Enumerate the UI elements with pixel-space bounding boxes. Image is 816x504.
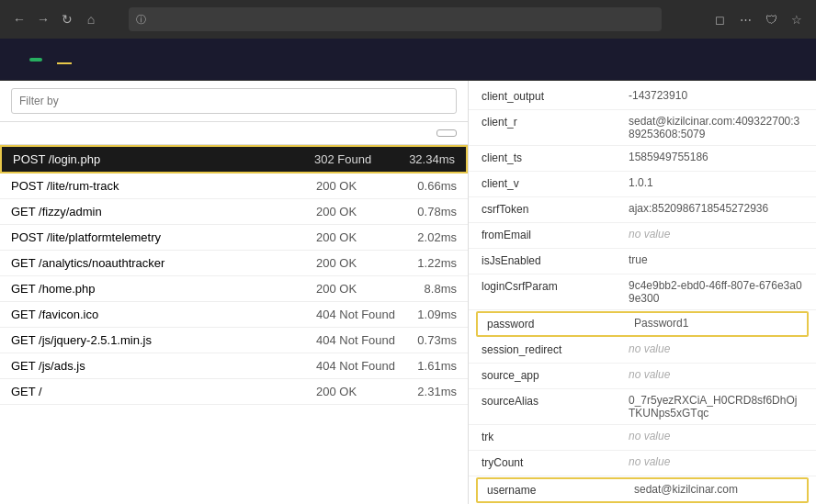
request-method-path: POST /login.php — [13, 152, 307, 166]
detail-value: no value — [629, 342, 670, 355]
detail-row: isJsEnabledtrue — [469, 249, 816, 274]
detail-value: no value — [629, 368, 670, 381]
address-bar[interactable]: ⓘ — [129, 7, 662, 31]
tab-status[interactable] — [86, 55, 101, 64]
detail-key: client_v — [482, 176, 629, 190]
detail-row: client_output-143723910 — [469, 84, 816, 110]
request-status: 302 Found — [314, 152, 397, 166]
request-time: 0.73ms — [406, 333, 457, 347]
request-time: 8.8ms — [406, 282, 457, 296]
table-row[interactable]: GET /200 OK2.31ms — [0, 379, 468, 405]
request-method-path: POST /lite/platformtelemetry — [11, 230, 309, 244]
request-time: 1.61ms — [406, 359, 457, 373]
forward-button[interactable]: → — [33, 9, 53, 29]
detail-value: 1.0.1 — [629, 176, 653, 189]
table-row[interactable]: GET /analytics/noauthtracker200 OK1.22ms — [0, 251, 468, 276]
request-time: 0.78ms — [406, 205, 457, 218]
request-status: 404 Not Found — [316, 359, 399, 373]
detail-value: 9c4e9bb2-ebd0-46ff-807e-676e3a09e300 — [629, 279, 803, 305]
request-method-path: GET /home.php — [11, 282, 309, 296]
detail-value: no value — [629, 228, 670, 241]
table-row[interactable]: POST /login.php302 Found32.34ms — [0, 145, 468, 174]
detail-row: client_rsedat@kizilcinar.com:409322700:3… — [469, 110, 816, 146]
requests-header — [0, 122, 468, 145]
table-row[interactable]: POST /lite/platformtelemetry200 OK2.02ms — [0, 225, 468, 251]
request-time: 32.34ms — [404, 152, 455, 166]
request-method-path: GET /fizzy/admin — [11, 205, 309, 218]
table-row[interactable]: GET /favicon.ico404 Not Found1.09ms — [0, 302, 468, 328]
detail-key: session_redirect — [482, 342, 629, 356]
back-button[interactable]: ← — [9, 9, 29, 29]
window-button[interactable]: ◻ — [709, 9, 730, 29]
detail-value: sedat@kizilcinar.com:409322700:389253608… — [629, 115, 803, 140]
request-method-path: GET /js/ads.js — [11, 359, 309, 373]
detail-row: tryCountno value — [469, 451, 816, 476]
table-row[interactable]: GET /fizzy/admin200 OK0.78ms — [0, 199, 468, 225]
request-status: 404 Not Found — [316, 333, 399, 347]
request-time: 0.66ms — [406, 179, 457, 193]
request-status: 200 OK — [316, 385, 399, 398]
table-row[interactable]: POST /lite/rum-track200 OK0.66ms — [0, 174, 468, 199]
more-button[interactable]: ⋯ — [735, 9, 755, 29]
request-method-path: GET / — [11, 385, 309, 398]
request-method-path: GET /js/jquery-2.5.1.min.js — [11, 333, 309, 347]
right-panel: client_output-143723910client_rsedat@kiz… — [469, 81, 816, 504]
request-time: 1.22ms — [406, 256, 457, 270]
browser-chrome: ← → ↻ ⌂ ⓘ ◻ ⋯ 🛡 ☆ — [0, 0, 816, 39]
table-row[interactable]: GET /js/jquery-2.5.1.min.js404 Not Found… — [0, 328, 468, 353]
detail-row: loginCsrfParam9c4e9bb2-ebd0-46ff-807e-67… — [469, 274, 816, 310]
detail-value: ajax:8520986718545272936 — [629, 202, 768, 215]
browser-nav-buttons: ← → ↻ ⌂ — [9, 9, 101, 29]
table-row[interactable]: GET /js/ads.js404 Not Found1.61ms — [0, 353, 468, 379]
detail-value: 0_7r5yezRXCiA_H0CRD8sf6DhOjTKUNps5xGTqc — [629, 394, 803, 420]
request-status: 200 OK — [316, 256, 399, 270]
detail-key: source_app — [482, 368, 629, 382]
detail-row: passwordPassword1 — [476, 311, 809, 337]
detail-key: client_ts — [482, 151, 629, 164]
filter-input[interactable] — [11, 88, 457, 114]
detail-row: client_v1.0.1 — [469, 172, 816, 197]
table-row[interactable]: GET /home.php200 OK8.8ms — [0, 276, 468, 302]
detail-row: usernamesedat@kizilcinar.com — [476, 477, 809, 503]
detail-key: trk — [482, 430, 629, 443]
detail-key: loginCsrfParam — [482, 279, 629, 293]
request-status: 200 OK — [316, 230, 399, 244]
detail-row: fromEmailno value — [469, 223, 816, 249]
detail-key: isJsEnabled — [482, 253, 629, 267]
main-content: POST /login.php302 Found32.34msPOST /lit… — [0, 81, 816, 504]
shield-button[interactable]: 🛡 — [761, 9, 781, 29]
left-panel: POST /login.php302 Found32.34msPOST /lit… — [0, 81, 469, 504]
detail-key: client_r — [482, 115, 629, 129]
detail-row: sourceAlias0_7r5yezRXCiA_H0CRD8sf6DhOjTK… — [469, 389, 816, 425]
request-method-path: GET /analytics/noauthtracker — [11, 256, 309, 270]
refresh-button[interactable]: ↻ — [57, 9, 77, 29]
detail-row: session_redirectno value — [469, 338, 816, 364]
browser-actions: ◻ ⋯ 🛡 ☆ — [709, 9, 807, 29]
detail-key: password — [487, 317, 634, 330]
requests-list: POST /login.php302 Found32.34msPOST /lit… — [0, 145, 468, 504]
detail-value: no value — [629, 455, 670, 468]
star-button[interactable]: ☆ — [787, 9, 807, 29]
detail-value: sedat@kizilcinar.com — [634, 483, 738, 496]
lock-icon: ⓘ — [136, 13, 146, 27]
request-status: 200 OK — [316, 205, 399, 218]
app-navbar — [0, 39, 816, 81]
detail-key: sourceAlias — [482, 394, 629, 408]
online-badge — [29, 58, 42, 62]
request-status: 404 Not Found — [316, 308, 399, 321]
detail-row: source_appno value — [469, 364, 816, 389]
request-method-path: POST /lite/rum-track — [11, 179, 309, 193]
request-status: 200 OK — [316, 282, 399, 296]
request-status: 200 OK — [316, 179, 399, 193]
detail-row: csrfTokenajax:8520986718545272936 — [469, 197, 816, 223]
clear-button[interactable] — [436, 129, 457, 137]
request-time: 2.31ms — [406, 385, 457, 398]
detail-value: 1585949755186 — [629, 151, 708, 163]
detail-row: trkno value — [469, 425, 816, 451]
detail-row: client_ts1585949755186 — [469, 146, 816, 172]
detail-value: Password1 — [634, 317, 688, 330]
detail-key: csrfToken — [482, 202, 629, 216]
filter-bar — [0, 81, 468, 122]
tab-inspect[interactable] — [57, 55, 72, 64]
home-button[interactable]: ⌂ — [81, 9, 101, 29]
